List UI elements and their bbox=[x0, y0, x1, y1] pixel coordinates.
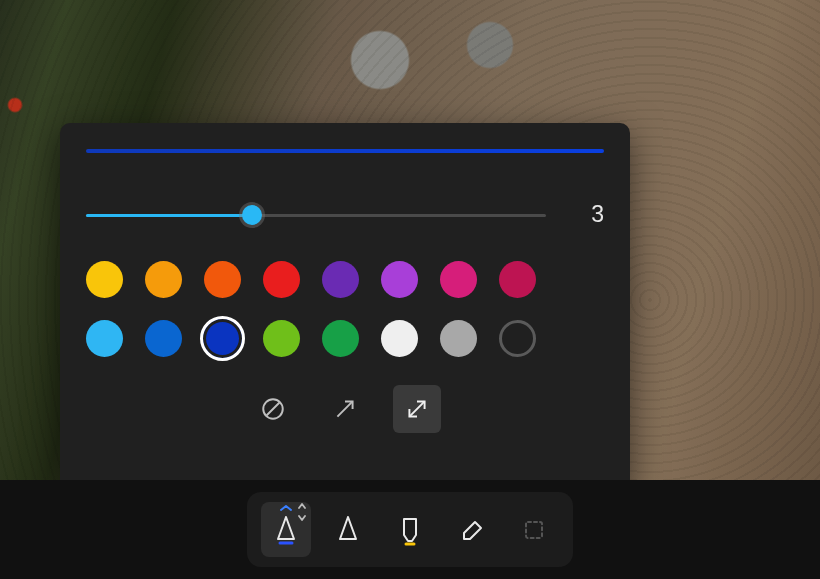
swatch-crimson[interactable] bbox=[499, 261, 536, 298]
tool-shape[interactable] bbox=[509, 502, 559, 557]
swatch-blue[interactable] bbox=[200, 316, 245, 361]
swatch-magenta[interactable] bbox=[440, 261, 477, 298]
tool-highlighter[interactable] bbox=[385, 502, 435, 557]
swatch-violet[interactable] bbox=[322, 261, 359, 298]
swatch-sky[interactable] bbox=[86, 320, 123, 357]
svg-line-1 bbox=[267, 403, 280, 416]
width-value: 3 bbox=[584, 201, 604, 228]
svg-line-2 bbox=[337, 401, 352, 416]
width-slider-row: 3 bbox=[86, 201, 604, 228]
tool-pad bbox=[247, 492, 573, 567]
slider-fill bbox=[86, 214, 252, 217]
swatch-white[interactable] bbox=[381, 320, 418, 357]
svg-rect-6 bbox=[526, 522, 542, 538]
swatch-lime[interactable] bbox=[263, 320, 300, 357]
slider-thumb[interactable] bbox=[242, 205, 262, 225]
swatch-yellow[interactable] bbox=[86, 261, 123, 298]
tool-pen-plain[interactable] bbox=[323, 502, 373, 557]
pen-settings-popup: 3 bbox=[60, 123, 630, 492]
arrow-style-row bbox=[86, 385, 604, 433]
markup-toolbar bbox=[0, 480, 820, 579]
swatch-red[interactable] bbox=[263, 261, 300, 298]
color-swatch-grid bbox=[86, 261, 561, 357]
swatch-green[interactable] bbox=[322, 320, 359, 357]
tool-eraser[interactable] bbox=[447, 502, 497, 557]
arrow-style-none[interactable] bbox=[249, 385, 297, 433]
swatch-gray[interactable] bbox=[440, 320, 477, 357]
width-slider[interactable] bbox=[86, 207, 546, 223]
arrow-style-double[interactable] bbox=[393, 385, 441, 433]
swatch-azure[interactable] bbox=[145, 320, 182, 357]
swatch-orange[interactable] bbox=[145, 261, 182, 298]
stroke-preview bbox=[86, 149, 604, 153]
swatch-none[interactable] bbox=[499, 320, 536, 357]
svg-line-3 bbox=[409, 401, 424, 416]
tool-pen-arrow[interactable] bbox=[261, 502, 311, 557]
swatch-deep-orange[interactable] bbox=[204, 261, 241, 298]
arrow-style-single[interactable] bbox=[321, 385, 369, 433]
swatch-purple[interactable] bbox=[381, 261, 418, 298]
